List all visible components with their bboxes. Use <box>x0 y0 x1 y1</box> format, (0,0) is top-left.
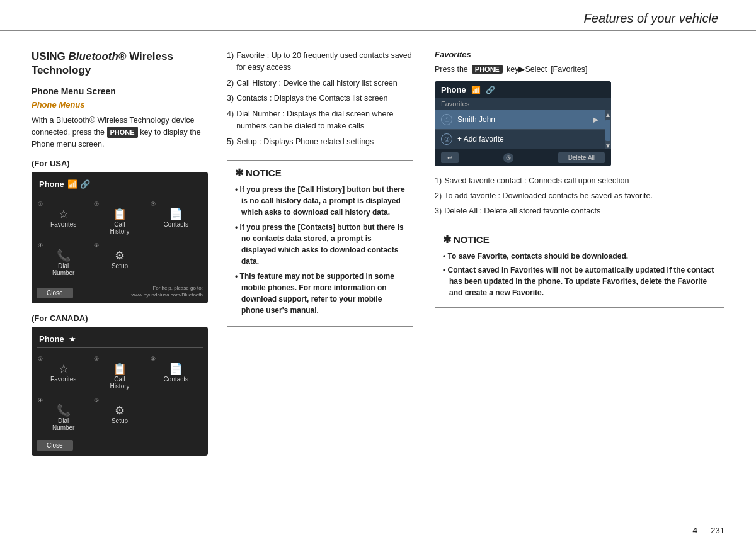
notice-asterisk-icon: ✱ <box>235 167 243 179</box>
fav-bluetooth-icon: 📶 <box>471 86 481 94</box>
menu-item-callhistory-canada[interactable]: ② 📋 CallHistory <box>93 353 146 392</box>
press-text: Press the <box>435 65 468 74</box>
notice-box-middle: ✱ NOTICE If you press the [Call History]… <box>227 160 413 327</box>
right-list-item-1: 1) Saved favorite contact : Connects cal… <box>435 175 724 187</box>
menu-item-callhistory-usa[interactable]: ② 📋 CallHistory <box>93 198 146 237</box>
dialnumber-icon: 📞 <box>57 250 71 261</box>
right-list-item-2: 2) To add favorite : Downloaded contacts… <box>435 190 724 202</box>
bluetooth-icon-canada: ★ <box>68 335 77 344</box>
notice-asterisk-right-icon: ✱ <box>443 234 451 246</box>
phone-screen-canada: Phone ★ ① ☆ Favorites ② 📋 CallHistory ③ … <box>32 327 208 456</box>
fav-link-icon: 🔗 <box>486 86 495 94</box>
close-button-canada[interactable]: Close <box>37 440 73 451</box>
fav-scrollbar: ▲ ▼ <box>605 110 611 149</box>
phone-screen-bottom-canada: Close <box>37 438 203 451</box>
notice-title-right: ✱ NOTICE <box>443 234 716 246</box>
setup-icon: ⚙ <box>115 250 125 261</box>
notice-box-right: ✱ NOTICE To save Favorite, contacts shou… <box>435 227 724 308</box>
title-bluetooth: Bluetooth <box>69 50 118 62</box>
right-notice-item-2: Contact saved in Favorites will not be a… <box>443 264 716 298</box>
fav-screen-header: Phone 📶 🔗 <box>435 81 611 98</box>
menu-item-dialnumber-usa[interactable]: ④ 📞 DialNumber <box>37 240 90 279</box>
section-main-title: USING Bluetooth® Wireless Technology <box>32 50 214 77</box>
fav-items-row: ① Smith John ▶ ② + Add favorite ▲ ▼ <box>435 110 611 149</box>
phone-menu-grid-canada: ① ☆ Favorites ② 📋 CallHistory ③ 📄 Contac… <box>37 353 203 434</box>
fav-sub-title: Favorites <box>435 98 611 110</box>
fav-item-num-1: ① <box>441 114 452 125</box>
features-list: 1) Favorite : Up to 20 frequently used c… <box>227 50 413 147</box>
phone-title-usa: Phone <box>39 179 64 189</box>
favorites-icon-ca: ☆ <box>59 363 69 375</box>
right-notice-item-1: To save Favorite, contacts should be dow… <box>443 251 716 262</box>
fav-delete-all-button[interactable]: Delete All <box>558 152 605 163</box>
footer-page: 231 <box>711 526 724 535</box>
page-title: Features of your vehicle <box>584 11 718 26</box>
fav-items-col: ① Smith John ▶ ② + Add favorite <box>435 110 605 149</box>
fav-back-button[interactable]: ↩ <box>441 152 459 163</box>
phone-screen-usa: Phone 📶 🔗 ① ☆ Favorites ② 📋 CallHistory … <box>32 172 208 303</box>
list-item-5: 5) Setup : Displays Phone related settin… <box>227 136 413 148</box>
list-item-1: 1) Favorite : Up to 20 frequently used c… <box>227 50 413 74</box>
phone-badge-left: PHONE <box>107 127 138 138</box>
scrollbar-track <box>605 120 610 141</box>
notice-item-2: If you press the [Contacts] button but t… <box>235 222 405 267</box>
phone-screen-header-usa: Phone 📶 🔗 <box>37 177 203 193</box>
scrollbar-down-icon[interactable]: ▼ <box>605 142 611 149</box>
page-header: Features of your vehicle <box>0 0 756 31</box>
list-item-3: 3) Contacts : Displays the Contacts list… <box>227 93 413 104</box>
phone-menus-label: Phone Menus <box>32 100 214 110</box>
close-button-usa[interactable]: Close <box>37 288 73 298</box>
contacts-icon-ca: 📄 <box>169 363 183 375</box>
press-line: Press the PHONE key▶Select [Favorites] <box>435 64 724 74</box>
list-item-4: 4) Dial Number : Displays the dial scree… <box>227 108 413 132</box>
left-column: USING Bluetooth® Wireless Technology Pho… <box>32 50 227 466</box>
setup-icon-ca: ⚙ <box>115 405 125 416</box>
fav-item-add[interactable]: ② + Add favorite <box>435 130 605 149</box>
menu-item-contacts-canada[interactable]: ③ 📄 Contacts <box>149 353 203 392</box>
fav-phone-title: Phone <box>441 85 466 94</box>
fav-item-name-1: Smith John <box>457 115 593 124</box>
scrollbar-up-icon[interactable]: ▲ <box>605 111 611 118</box>
bluetooth-icon-usa: 📶 <box>68 180 77 189</box>
menu-item-favorites-usa[interactable]: ① ☆ Favorites <box>37 198 90 237</box>
title-prefix: USING <box>32 50 69 62</box>
main-content: USING Bluetooth® Wireless Technology Pho… <box>0 31 756 478</box>
middle-column: 1) Favorite : Up to 20 frequently used c… <box>227 50 428 466</box>
callhistory-icon-ca: 📋 <box>113 363 127 375</box>
right-numbered-list: 1) Saved favorite contact : Connects cal… <box>435 175 724 217</box>
favorites-section-title: Favorites <box>435 50 724 59</box>
notice-list-middle: If you press the [Call History] button b… <box>235 184 405 316</box>
fav-item-arrow: ▶ <box>593 115 598 124</box>
phone-screen-header-canada: Phone ★ <box>37 332 203 348</box>
phone-menu-screen-title: Phone Menu Screen <box>32 86 214 96</box>
fav-item-num-2: ② <box>441 133 452 145</box>
callhistory-icon: 📋 <box>113 208 127 220</box>
menu-item-setup-canada[interactable]: ⑤ ⚙ Setup <box>93 395 146 434</box>
key-select-text: key▶Select <box>507 64 547 74</box>
menu-item-dialnumber-canada[interactable]: ④ 📞 DialNumber <box>37 395 90 434</box>
list-item-2: 2) Call History : Device the call histor… <box>227 77 413 89</box>
menu-item-setup-usa[interactable]: ⑤ ⚙ Setup <box>93 240 146 279</box>
for-usa-label: (For USA) <box>32 159 214 168</box>
notice-item-1: If you press the [Call History] button b… <box>235 184 405 218</box>
right-column: Favorites Press the PHONE key▶Select [Fa… <box>428 50 724 466</box>
help-text-usa: For help, please go to:www.hyundaiusa.co… <box>132 285 203 298</box>
notice-item-3: This feature may not be supported in som… <box>235 271 405 316</box>
phone-badge-right: PHONE <box>472 65 503 74</box>
favorites-phone-screen: Phone 📶 🔗 Favorites ① Smith John ▶ ② + A… <box>435 81 611 166</box>
phone-screen-bottom-usa: Close For help, please go to:www.hyundai… <box>37 283 203 298</box>
page-footer: 4 231 <box>32 519 724 536</box>
select-label: [Favorites] <box>551 65 587 74</box>
phone-title-canada: Phone <box>39 334 64 344</box>
signal-icon-usa: 🔗 <box>81 180 89 189</box>
right-notice-list: To save Favorite, contacts should be dow… <box>443 251 716 298</box>
menu-item-contacts-usa[interactable]: ③ 📄 Contacts <box>149 198 203 237</box>
contacts-icon: 📄 <box>169 208 183 220</box>
fav-item-smith[interactable]: ① Smith John ▶ <box>435 110 605 130</box>
phone-menu-grid-usa: ① ☆ Favorites ② 📋 CallHistory ③ 📄 Contac… <box>37 198 203 279</box>
fav-circle-label: ③ <box>503 153 513 163</box>
right-list-item-3: 3) Delete All : Delete all stored favori… <box>435 205 724 217</box>
fav-item-name-2: + Add favorite <box>457 135 598 144</box>
notice-title-middle: ✱ NOTICE <box>235 167 405 179</box>
menu-item-favorites-canada[interactable]: ① ☆ Favorites <box>37 353 90 392</box>
